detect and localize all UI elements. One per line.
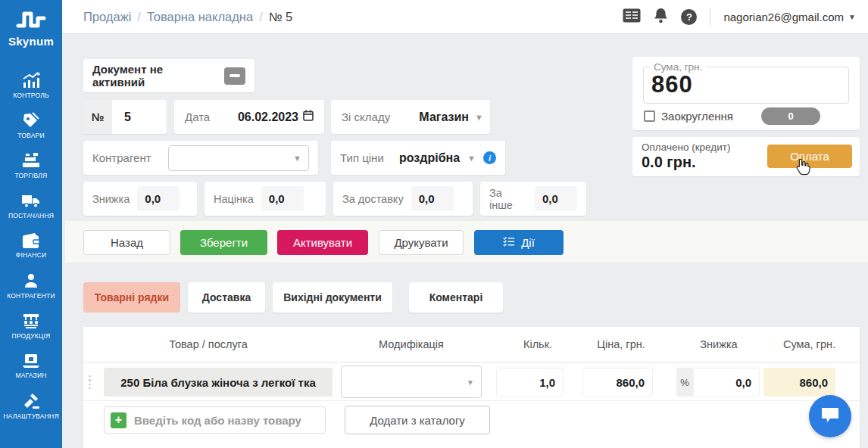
help-icon[interactable]: ? — [681, 9, 697, 25]
discount-unit-badge[interactable]: % — [676, 368, 693, 397]
sidebar-item-label: ТОРГІВЛЯ — [15, 172, 48, 179]
document-status-card: Документ не активний — [83, 59, 254, 92]
add-product-placeholder: Введіть код або назву товару — [134, 414, 301, 427]
row-discount-input[interactable]: 0,0 — [693, 368, 760, 397]
save-button[interactable]: Зберегти — [180, 230, 267, 255]
add-product-input[interactable]: + Введіть код або назву товару — [104, 406, 326, 434]
price-type-select[interactable]: роздрібна — [399, 151, 460, 165]
add-from-catalog-button[interactable]: Додати з каталогу — [345, 406, 490, 434]
sidebar-item-control[interactable]: КОНТРОЛЬ — [0, 65, 62, 105]
rounding-row: Заокруглення 0 — [644, 110, 733, 123]
markup-input[interactable]: 0,0 — [261, 186, 304, 211]
total-card: Сума, грн. 860 Заокруглення 0 — [632, 57, 860, 130]
brand-name: Skynum — [0, 35, 62, 48]
account-menu[interactable]: nagorian26@gmail.com ▼ — [723, 11, 856, 23]
delivery-fee-card: За доставку 0,0 — [333, 182, 473, 216]
back-button[interactable]: Назад — [83, 230, 170, 255]
row-divider — [83, 400, 860, 401]
info-icon[interactable]: i — [483, 151, 496, 164]
warehouse-label: Зі складу — [342, 110, 390, 123]
brand-logo[interactable]: Skynum — [0, 0, 62, 48]
actions-menu-label: Дії — [521, 236, 535, 249]
person-icon — [22, 272, 40, 290]
production-icon — [21, 312, 41, 330]
col-header-sum: Сума, грн. — [757, 327, 835, 362]
breadcrumb: Продажі / Товарна накладна / № 5 — [83, 0, 292, 34]
tab-product-rows[interactable]: Товарні рядки — [83, 282, 180, 313]
row-drag-handle[interactable] — [89, 375, 93, 389]
tab-comments[interactable]: Коментарі — [409, 282, 503, 313]
breadcrumb-separator: / — [137, 10, 141, 24]
markup-label: Націнка — [214, 193, 254, 205]
other-fee-label: За інше — [489, 187, 527, 211]
other-fee-input[interactable]: 0,0 — [535, 186, 577, 211]
rounding-value-pill[interactable]: 0 — [761, 107, 820, 125]
price-tags-icon — [22, 111, 40, 129]
date-label: Дата — [185, 110, 210, 123]
sidebar-item-shop[interactable]: МАГАЗИН — [0, 346, 62, 386]
modification-select[interactable]: ▼ — [341, 366, 482, 398]
qty-input[interactable]: 1,0 — [496, 368, 564, 397]
price-type-card: Тип ціни роздрібна ▼ i — [331, 141, 505, 175]
delivery-fee-input[interactable]: 0,0 — [411, 186, 454, 211]
calendar-icon[interactable] — [303, 110, 314, 124]
sidebar-item-supply[interactable]: ПОСТАЧАННЯ — [0, 185, 62, 226]
news-icon[interactable] — [623, 8, 641, 26]
sidebar-item-production[interactable]: ПРОДУКЦІЯ — [0, 306, 62, 346]
actions-menu-button[interactable]: Дії — [474, 230, 564, 255]
breadcrumb-sales-link[interactable]: Продажі — [83, 10, 131, 24]
print-button[interactable]: Друкувати — [379, 230, 464, 255]
chat-widget-button[interactable] — [809, 395, 851, 437]
delivery-fee-label: За доставку — [342, 193, 404, 205]
total-value: 860 — [651, 71, 848, 98]
chevron-down-icon[interactable]: ▼ — [467, 154, 476, 163]
counterparty-select[interactable]: ▼ — [168, 145, 309, 171]
price-type-label: Тип ціни — [340, 151, 384, 164]
topbar: Продажі / Товарна накладна / № 5 ? nagor… — [62, 0, 868, 34]
sidebar-item-label: МАГАЗИН — [15, 372, 46, 379]
sidebar-item-goods[interactable]: ТОВАРИ — [0, 105, 62, 145]
document-number-value[interactable]: 5 — [124, 110, 131, 124]
tab-delivery[interactable]: Доставка — [188, 282, 265, 313]
sidebar: Skynum КОНТРОЛЬ ТОВАРИ ТОРГІВЛЯ — [0, 0, 62, 448]
warehouse-select[interactable]: Магазин — [419, 110, 469, 124]
active-toggle[interactable] — [224, 67, 245, 85]
sidebar-item-label: КОНТРАГЕНТИ — [7, 292, 55, 300]
bell-icon[interactable] — [654, 8, 668, 26]
sidebar-item-trade[interactable]: ТОРГІВЛЯ — [0, 145, 62, 185]
plus-icon: + — [111, 412, 126, 428]
sidebar-item-label: НАЛАШТУВАННЯ — [3, 412, 59, 420]
chevron-down-icon: ▼ — [848, 13, 856, 21]
sidebar-item-finance[interactable]: ФІНАНСИ — [0, 226, 62, 266]
breadcrumb-invoice-link[interactable]: Товарна накладна — [147, 10, 253, 24]
row-sum-cell: 860,0 — [763, 368, 835, 397]
document-status-label: Документ не активний — [92, 63, 217, 89]
tab-outgoing-documents[interactable]: Вихідні документи — [273, 282, 392, 313]
sidebar-item-label: ФІНАНСИ — [16, 251, 46, 259]
sidebar-item-label: КОНТРОЛЬ — [13, 92, 49, 99]
chart-growth-icon — [21, 71, 41, 89]
sidebar-item-settings[interactable]: НАЛАШТУВАННЯ — [0, 386, 62, 426]
col-header-qty: Кільк. — [501, 327, 574, 362]
number-label: № — [83, 100, 112, 134]
discount-label: Знижка — [92, 193, 130, 205]
ukraine-flag-icon — [42, 26, 55, 34]
topbar-right: ? nagorian26@gmail.com ▼ — [623, 0, 856, 34]
cash-register-icon — [21, 151, 41, 170]
discount-card: Знижка 0,0 — [83, 182, 197, 216]
tools-icon — [22, 392, 40, 410]
rounding-checkbox[interactable] — [644, 110, 655, 122]
rounding-label: Заокруглення — [661, 110, 733, 123]
chevron-down-icon: ▼ — [467, 378, 474, 386]
sidebar-item-counterparties[interactable]: КОНТРАГЕНТИ — [0, 266, 62, 306]
topbar-divider — [710, 8, 710, 26]
warehouse-card: Зі складу Магазин ▼ — [331, 100, 490, 134]
product-name-cell[interactable]: 250 Біла блузка жіноча з легкої тка — [104, 368, 333, 397]
pay-button[interactable]: Оплата — [767, 145, 852, 168]
price-input[interactable]: 860,0 — [582, 368, 653, 397]
date-value[interactable]: 06.02.2023 — [238, 110, 298, 124]
chevron-down-icon[interactable]: ▼ — [475, 113, 483, 122]
chat-bubble-icon — [820, 405, 841, 428]
activate-button[interactable]: Активувати — [277, 230, 368, 255]
discount-input[interactable]: 0,0 — [137, 186, 180, 211]
